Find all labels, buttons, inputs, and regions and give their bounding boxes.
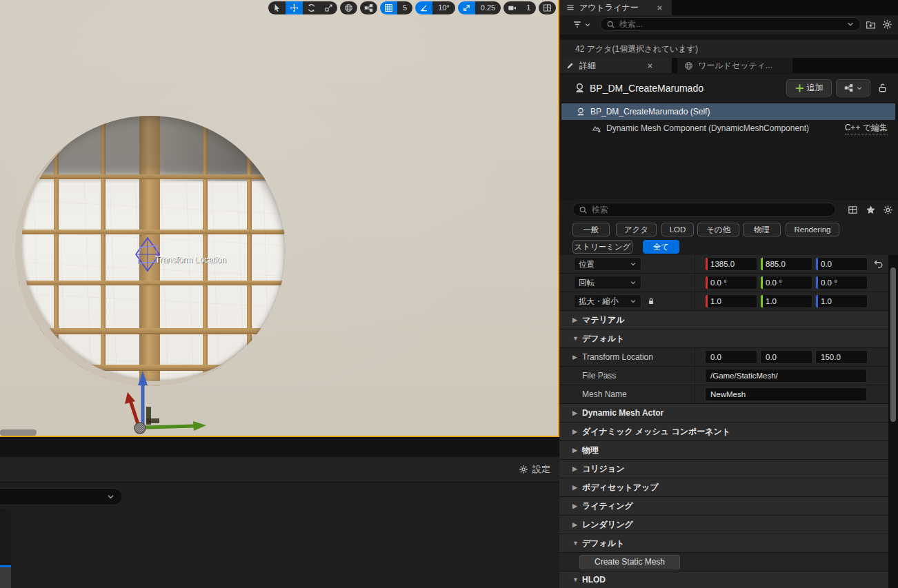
add-content-icon[interactable] — [866, 19, 876, 30]
details-settings-icon[interactable] — [883, 205, 893, 215]
location-y-field[interactable]: 885.0 — [760, 257, 812, 271]
details-search-row: 検索 — [559, 200, 898, 221]
add-component-button[interactable]: 追加 — [786, 79, 832, 97]
outliner-filter-button[interactable] — [572, 20, 591, 30]
transform-location-y-field[interactable]: 0.0 — [760, 350, 812, 364]
tab-details[interactable]: 詳細 — [559, 58, 672, 73]
close-icon[interactable] — [656, 4, 663, 12]
filter-chip-general[interactable]: 一般 — [572, 223, 610, 236]
level-viewport[interactable]: Transform Location Transform Location 5 … — [0, 0, 559, 437]
tab-details-label: 詳細 — [579, 60, 596, 72]
rotation-snap-value[interactable]: 10° — [432, 1, 455, 14]
rotate-tool-button[interactable] — [303, 1, 320, 14]
expanded-arrow-icon: ▼ — [572, 540, 582, 547]
drawer-toolbar: 設定 — [0, 457, 559, 483]
tree-item-self[interactable]: BP_DM_CreateMarumado (Self) — [561, 103, 895, 120]
viewport-horizontal-scrollbar[interactable] — [0, 429, 37, 436]
viewport-layout-button[interactable] — [539, 1, 556, 14]
outliner-status-text: 42 アクタ(1個選択されています) — [575, 43, 698, 55]
grid-snap-button[interactable] — [380, 1, 397, 14]
outliner-search-input[interactable]: 検索... — [600, 17, 861, 31]
rotation-snap-button[interactable] — [415, 1, 432, 14]
camera-speed-button[interactable] — [503, 1, 521, 14]
reset-to-default-icon[interactable] — [873, 259, 883, 269]
collapsed-arrow-icon[interactable]: ▶ — [572, 354, 582, 361]
display-options-icon[interactable] — [848, 205, 858, 215]
rotation-y-field[interactable]: 0.0 ° — [760, 276, 812, 290]
details-tabbar: 詳細 ワールドセッティ... — [559, 58, 898, 73]
drawer-filter-dropdown[interactable] — [0, 488, 123, 505]
outliner-search-placeholder: 検索... — [619, 19, 643, 30]
filter-chip-other[interactable]: その他 — [697, 223, 739, 236]
details-scrollbar-thumb[interactable] — [890, 267, 896, 422]
chevron-down-icon[interactable] — [846, 20, 855, 28]
favorites-icon[interactable] — [866, 205, 876, 215]
edit-cpp-link[interactable]: C++ で編集 — [845, 122, 888, 134]
content-drawer-panel: 設定 — [0, 437, 559, 588]
mesh-name-label: Mesh Name — [582, 389, 627, 399]
add-button-label: 追加 — [807, 82, 824, 94]
scale-x-field[interactable]: 1.0 — [705, 294, 757, 308]
section-hlod[interactable]: ▼ HLOD — [559, 571, 888, 588]
grid-snap-value[interactable]: 5 — [397, 1, 412, 14]
filter-chip-physics[interactable]: 物理 — [743, 223, 781, 236]
camera-speed-value[interactable]: 1 — [521, 1, 536, 14]
scale-tool-button[interactable] — [320, 1, 337, 14]
settings-button[interactable]: 設定 — [519, 463, 550, 476]
close-icon[interactable] — [646, 62, 654, 70]
filter-chip-actor[interactable]: アクタ — [616, 223, 657, 236]
asset-tile-footer — [0, 567, 11, 588]
collapsed-arrow-icon: ▶ — [572, 447, 582, 454]
filter-chip-rendering[interactable]: Rendering — [786, 223, 839, 236]
asset-tile-partial[interactable] — [0, 509, 11, 588]
file-pass-field[interactable]: /Game/StaticMesh/ — [705, 369, 867, 383]
surface-snapping-button[interactable] — [360, 1, 377, 14]
search-icon — [579, 205, 588, 214]
mesh-name-field[interactable]: NewMesh — [705, 387, 867, 401]
tab-world-settings[interactable]: ワールドセッティ... — [677, 58, 792, 73]
location-x-field[interactable]: 1385.0 — [705, 257, 757, 271]
world-coordinate-button[interactable] — [340, 1, 357, 14]
hamburger-icon — [566, 3, 575, 12]
filter-chip-all[interactable]: 全て — [643, 240, 679, 254]
location-z-field[interactable]: 0.0 — [815, 257, 868, 271]
row-mesh-name: Mesh Name NewMesh — [559, 385, 888, 404]
section-body-setup[interactable]: ▶ ボディセットアップ — [559, 478, 888, 497]
blueprint-edit-dropdown[interactable] — [836, 79, 870, 97]
rotation-label-dropdown[interactable]: 回転 — [574, 276, 641, 290]
scale-y-field[interactable]: 1.0 — [760, 294, 812, 308]
row-scale: 拡大・縮小 1.0 1.0 1.0 — [559, 292, 888, 311]
chevron-down-icon — [856, 85, 863, 92]
scale-label-dropdown[interactable]: 拡大・縮小 — [574, 294, 641, 308]
unlock-icon[interactable] — [877, 83, 888, 93]
tree-item-component[interactable]: Dynamic Mesh Component (DynamicMeshCompo… — [561, 120, 895, 136]
outliner-settings-icon[interactable] — [882, 19, 892, 30]
create-static-mesh-button[interactable]: Create Static Mesh — [579, 555, 680, 569]
drawer-tab-strip — [0, 437, 559, 457]
scale-snap-value[interactable]: 0.25 — [475, 1, 501, 14]
section-material[interactable]: ▶ マテリアル — [559, 311, 888, 330]
select-tool-button[interactable] — [268, 1, 286, 14]
section-physics[interactable]: ▶ 物理 — [559, 441, 888, 460]
location-label-dropdown[interactable]: 位置 — [574, 257, 641, 271]
details-search-input[interactable]: 検索 — [572, 203, 836, 216]
filter-chip-streaming[interactable]: ストリーミング — [572, 240, 632, 254]
move-tool-button[interactable] — [286, 1, 303, 14]
section-collision[interactable]: ▶ コリジョン — [559, 460, 888, 478]
rotation-z-field[interactable]: 0.0 ° — [815, 276, 868, 290]
section-default-2[interactable]: ▼ デフォルト — [559, 534, 888, 553]
details-scrollbar-track[interactable] — [888, 255, 898, 588]
section-default[interactable]: ▼ デフォルト — [559, 330, 888, 348]
section-dynamic-mesh-actor[interactable]: ▶ Dynamic Mesh Actor — [559, 404, 888, 423]
scale-z-field[interactable]: 1.0 — [815, 294, 868, 308]
scale-lock-icon[interactable] — [647, 297, 655, 305]
rotation-x-field[interactable]: 0.0 ° — [705, 276, 757, 290]
filter-chip-lod[interactable]: LOD — [661, 223, 694, 236]
transform-location-x-field[interactable]: 0.0 — [705, 350, 757, 364]
section-rendering[interactable]: ▶ レンダリング — [559, 516, 888, 534]
transform-location-z-field[interactable]: 150.0 — [815, 350, 868, 364]
tab-outliner[interactable]: アウトライナー — [559, 0, 672, 15]
section-lighting[interactable]: ▶ ライティング — [559, 497, 888, 516]
scale-snap-button[interactable] — [458, 1, 475, 14]
section-dynamic-mesh-component[interactable]: ▶ ダイナミック メッシュ コンポーネント — [559, 423, 888, 441]
